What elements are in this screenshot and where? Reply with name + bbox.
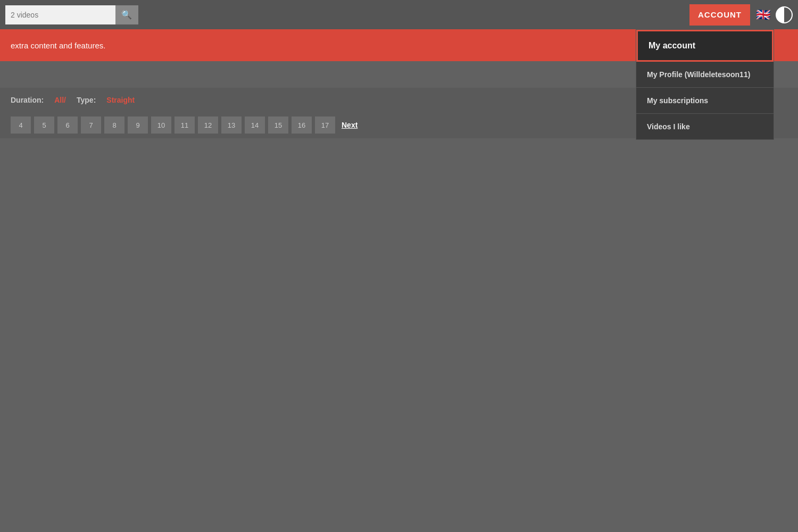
duration-label: Duration: — [11, 96, 44, 104]
page-number-10[interactable]: 10 — [151, 117, 171, 134]
page-number-11[interactable]: 11 — [174, 117, 195, 134]
pagination-next[interactable]: Next — [342, 121, 358, 129]
page-number-6[interactable]: 6 — [57, 117, 78, 134]
contrast-button[interactable] — [776, 6, 793, 23]
page-number-17[interactable]: 17 — [315, 117, 335, 134]
account-button[interactable]: ACCOUNT — [689, 4, 750, 26]
type-value[interactable]: Straight — [106, 96, 135, 104]
duration-value[interactable]: All/ — [54, 96, 66, 104]
banner-text: extra content and features. — [11, 41, 105, 50]
page-number-8[interactable]: 8 — [104, 117, 124, 134]
page-number-13[interactable]: 13 — [221, 117, 242, 134]
my-subscriptions-item[interactable]: My subscriptions — [636, 88, 774, 114]
videos-i-like-item[interactable]: Videos I like — [636, 114, 774, 139]
header: 🔍 ACCOUNT 🇬🇧 — [0, 0, 798, 29]
main-content — [0, 138, 798, 532]
search-input[interactable] — [5, 5, 115, 24]
search-icon: 🔍 — [121, 10, 132, 20]
dropdown-menu: My account My Profile (Willdeletesoon11)… — [636, 29, 774, 140]
page-number-9[interactable]: 9 — [128, 117, 148, 134]
type-label: Type: — [77, 96, 96, 104]
page-number-7[interactable]: 7 — [81, 117, 101, 134]
search-button[interactable]: 🔍 — [115, 5, 138, 24]
search-box: 🔍 — [5, 5, 138, 24]
page-number-4[interactable]: 4 — [11, 117, 31, 134]
page-number-15[interactable]: 15 — [268, 117, 288, 134]
header-right: ACCOUNT 🇬🇧 — [689, 4, 793, 26]
my-account-item[interactable]: My account — [636, 30, 774, 62]
page-number-14[interactable]: 14 — [245, 117, 265, 134]
flag-icon[interactable]: 🇬🇧 — [753, 5, 772, 24]
page-number-12[interactable]: 12 — [198, 117, 218, 134]
page-number-5[interactable]: 5 — [34, 117, 54, 134]
header-left: 🔍 — [5, 5, 138, 24]
page-number-16[interactable]: 16 — [292, 117, 312, 134]
my-profile-item[interactable]: My Profile (Willdeletesoon11) — [636, 62, 774, 88]
